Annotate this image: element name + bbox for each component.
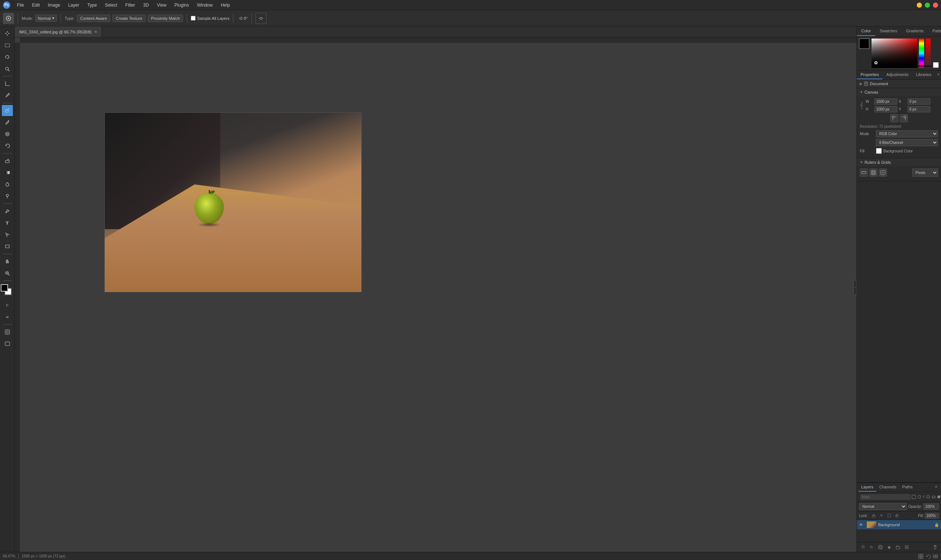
- eraser-tool[interactable]: [2, 155, 13, 166]
- layers-options-button[interactable]: ≡: [933, 483, 939, 492]
- filter-smart-btn[interactable]: [932, 493, 936, 500]
- tab-adjustments[interactable]: Adjustments: [882, 71, 912, 79]
- tab-swatches[interactable]: Swatches: [875, 26, 902, 36]
- filter-shape-btn[interactable]: [926, 493, 930, 500]
- height-input[interactable]: [875, 106, 897, 112]
- foreground-color-preview[interactable]: [859, 38, 869, 49]
- filter-adjust-btn[interactable]: [917, 493, 921, 500]
- grid-icon-btn[interactable]: [869, 169, 878, 177]
- snap-icon-btn[interactable]: [879, 169, 887, 177]
- filter-type-btn[interactable]: T: [922, 493, 925, 500]
- create-texture-button[interactable]: Create Texture: [113, 15, 145, 22]
- document-section-header[interactable]: ▶ Document: [857, 80, 941, 88]
- layer-delete-btn[interactable]: [932, 543, 939, 551]
- tab-patterns[interactable]: Patterns: [928, 26, 941, 36]
- layer-new-btn[interactable]: [903, 543, 910, 551]
- background-color-preview[interactable]: [933, 62, 939, 68]
- fill-input[interactable]: [925, 513, 939, 518]
- menu-select[interactable]: Select: [101, 2, 120, 9]
- ruler-icon-btn[interactable]: [860, 169, 868, 177]
- shape-tool[interactable]: [2, 241, 13, 252]
- history-icon[interactable]: [926, 554, 931, 559]
- close-button[interactable]: [933, 3, 938, 8]
- tab-channels[interactable]: Channels: [876, 483, 899, 492]
- menu-edit[interactable]: Edit: [28, 2, 43, 9]
- blend-mode-dropdown[interactable]: Normal: [859, 503, 907, 510]
- menu-plugins[interactable]: Plugins: [171, 2, 193, 9]
- document-tab[interactable]: IMG_3343_edited.jpg @ 66.7% (RGB/8) ×: [15, 26, 102, 37]
- layer-fx-btn[interactable]: fx: [868, 543, 875, 551]
- alpha-slider[interactable]: [926, 38, 931, 68]
- layer-background[interactable]: 👁 Background 🔒: [857, 520, 941, 530]
- gradient-tool[interactable]: [2, 167, 13, 178]
- share-icon[interactable]: [933, 554, 938, 559]
- switch-colors-button[interactable]: ⇌: [2, 311, 13, 322]
- document-tab-close[interactable]: ×: [94, 29, 97, 34]
- tab-layers[interactable]: Layers: [858, 483, 876, 492]
- move-tool[interactable]: [2, 28, 13, 39]
- menu-window[interactable]: Window: [193, 2, 216, 9]
- type-tool[interactable]: T: [2, 217, 13, 228]
- eyedropper-tool[interactable]: [2, 90, 13, 101]
- menu-view[interactable]: View: [153, 2, 170, 9]
- hand-tool[interactable]: [2, 256, 13, 267]
- color-mode-dropdown[interactable]: RGB Color: [876, 130, 938, 137]
- maximize-button[interactable]: [925, 3, 930, 8]
- color-gradient-picker[interactable]: [872, 38, 918, 68]
- brush-tool[interactable]: [2, 117, 13, 128]
- quick-mask-button[interactable]: [2, 326, 13, 337]
- pen-tool[interactable]: [2, 206, 13, 217]
- bits-dropdown[interactable]: 8 Bits/Channel: [876, 139, 938, 146]
- x-input[interactable]: [907, 98, 930, 105]
- layer-adjustment-btn[interactable]: [885, 543, 893, 551]
- minimize-button[interactable]: [917, 3, 922, 8]
- tab-color[interactable]: Color: [857, 26, 875, 36]
- content-aware-button[interactable]: Content-Aware: [77, 15, 110, 22]
- default-colors-button[interactable]: D: [2, 300, 13, 311]
- marquee-tool[interactable]: [2, 40, 13, 51]
- foreground-color-swatch[interactable]: [1, 284, 8, 292]
- zoom-tool[interactable]: [2, 268, 13, 279]
- collapse-panel-button[interactable]: ›: [853, 280, 856, 295]
- layer-visibility-eye[interactable]: 👁: [859, 523, 865, 527]
- canvas-viewport[interactable]: [20, 43, 856, 552]
- units-dropdown[interactable]: Pixels: [912, 169, 938, 177]
- history-brush-tool[interactable]: [2, 140, 13, 151]
- mode-dropdown[interactable]: Normal ▾: [35, 15, 57, 22]
- opacity-input[interactable]: [923, 503, 939, 510]
- filter-pixel-btn[interactable]: [912, 493, 916, 500]
- menu-layer[interactable]: Layer: [64, 2, 83, 9]
- path-select-tool[interactable]: [2, 229, 13, 240]
- fill-color-preview[interactable]: [876, 148, 882, 154]
- menu-filter[interactable]: Filter: [122, 2, 139, 9]
- proximity-match-button[interactable]: Proximity Match: [148, 15, 183, 22]
- properties-options-button[interactable]: ≡: [935, 71, 941, 79]
- dodge-tool[interactable]: [2, 191, 13, 202]
- menu-3d[interactable]: 3D: [139, 2, 152, 9]
- layer-mask-btn[interactable]: [877, 543, 884, 551]
- arrange-icon[interactable]: [918, 554, 923, 559]
- anchor-tl[interactable]: [890, 114, 898, 122]
- spot-heal-tool[interactable]: [2, 105, 13, 116]
- menu-type[interactable]: Type: [83, 2, 100, 9]
- menu-help[interactable]: Help: [217, 2, 234, 9]
- anchor-tr[interactable]: [900, 114, 908, 122]
- sample-all-layers-checkbox[interactable]: [191, 16, 196, 20]
- screen-mode-button[interactable]: [2, 338, 13, 349]
- crop-tool[interactable]: [2, 78, 13, 89]
- tab-libraries[interactable]: Libraries: [912, 71, 935, 79]
- lasso-tool[interactable]: [2, 51, 13, 62]
- rulers-section-header[interactable]: ▼ Rulers & Grids: [857, 158, 941, 166]
- layers-kind-input[interactable]: [860, 494, 910, 500]
- stamp-tool[interactable]: [2, 129, 13, 140]
- tab-gradients[interactable]: Gradients: [902, 26, 928, 36]
- menu-image[interactable]: Image: [44, 2, 63, 9]
- lock-artboard-btn[interactable]: [886, 512, 893, 519]
- heal-mode-icon[interactable]: [256, 13, 267, 24]
- width-input[interactable]: [875, 98, 897, 105]
- quick-select-tool[interactable]: [2, 63, 13, 74]
- layer-link-btn[interactable]: [859, 543, 866, 551]
- layer-group-btn[interactable]: [894, 543, 902, 551]
- lock-all-btn[interactable]: [893, 512, 900, 519]
- tab-properties[interactable]: Properties: [857, 71, 882, 79]
